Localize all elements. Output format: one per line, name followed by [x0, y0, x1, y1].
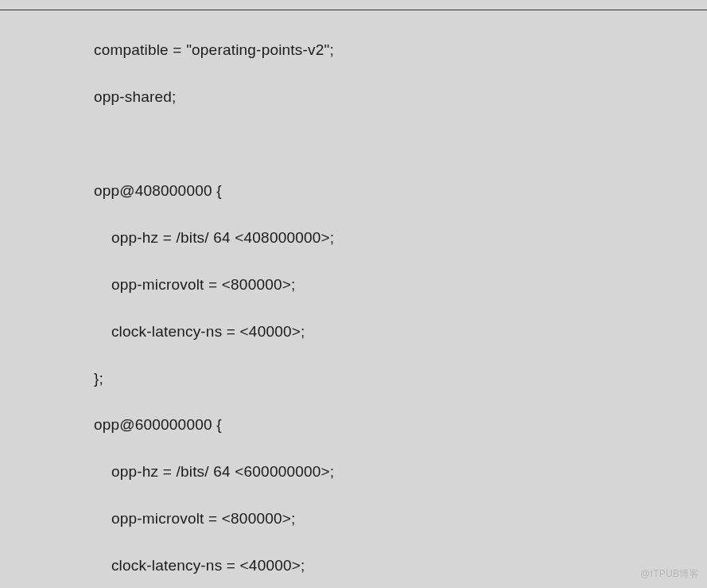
watermark-text: @ITPUB博客	[640, 567, 699, 582]
code-line-opp-hz: opp-hz = /bits/ 64 <408000000>;	[0, 226, 707, 249]
code-line-opp-uv: opp-microvolt = <800000>;	[0, 273, 707, 296]
code-line-shared: opp-shared;	[0, 85, 707, 108]
code-line-opp-lat: clock-latency-ns = <40000>;	[0, 554, 707, 577]
code-line-opp-open: opp@408000000 {	[0, 179, 707, 202]
code-line-opp-open: opp@600000000 {	[0, 413, 707, 436]
code-line-opp-lat: clock-latency-ns = <40000>;	[0, 320, 707, 343]
code-line-opp-close: };	[0, 367, 707, 390]
code-line-opp-hz: opp-hz = /bits/ 64 <600000000>;	[0, 460, 707, 483]
code-line-opp-uv: opp-microvolt = <800000>;	[0, 507, 707, 530]
code-line-blank	[0, 132, 707, 155]
code-line-compatible: compatible = "operating-points-v2";	[0, 38, 707, 61]
code-block: compatible = "operating-points-v2"; opp-…	[0, 10, 707, 588]
